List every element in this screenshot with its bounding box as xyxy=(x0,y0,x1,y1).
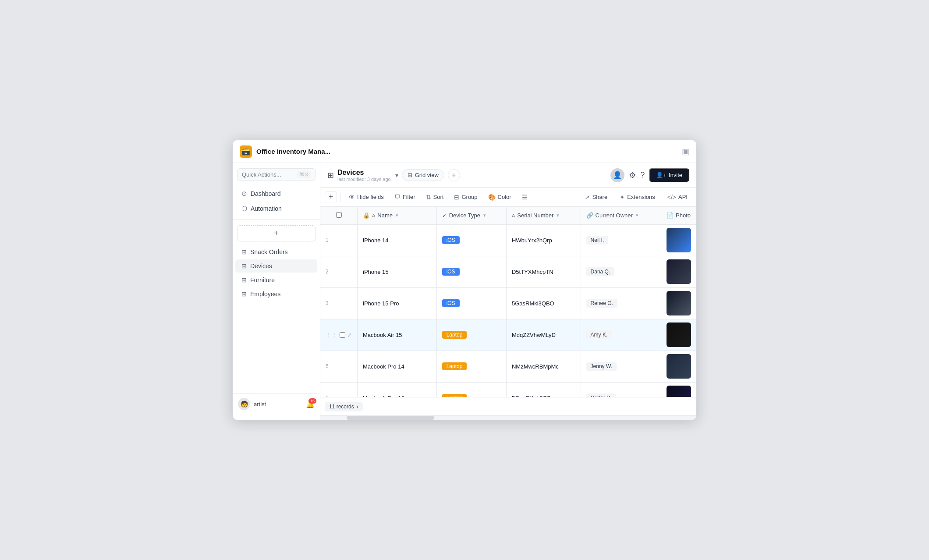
device-type-cell[interactable]: Laptop xyxy=(436,382,506,397)
photo-cell[interactable] xyxy=(661,224,697,256)
th-name-sort[interactable]: ▾ xyxy=(396,213,398,218)
device-type-cell[interactable]: iOS xyxy=(436,287,506,319)
table-icon-snack-orders: ⊞ xyxy=(241,248,247,255)
add-view-button[interactable]: + xyxy=(448,169,460,181)
sidebar-item-snack-orders[interactable]: ⊞ Snack Orders xyxy=(235,245,317,259)
sidebar-item-employees[interactable]: ⊞ Employees xyxy=(235,287,317,301)
serial-number-cell[interactable]: MdqZZVhwMLyD xyxy=(506,319,581,351)
expand-row-icon[interactable]: ⤢ xyxy=(347,332,352,338)
name-cell[interactable]: iPhone 15 xyxy=(358,256,437,287)
photo-col-icon: 📄 xyxy=(667,212,674,219)
owner-chip: Dana Q. xyxy=(586,267,615,276)
toolbar-left: + 👁 Hide fields ⛉ Filter ⇅ Sort xyxy=(325,191,532,203)
share-label: Share xyxy=(592,194,607,200)
current-owner-cell[interactable]: Amy K. xyxy=(581,319,661,351)
owner-chip: Jenny W. xyxy=(586,362,617,371)
th-device-type-sort[interactable]: ▾ xyxy=(483,213,486,218)
extensions-button[interactable]: ✦ Extensions xyxy=(615,191,660,203)
main-body: Quick Actions... ⌘ K ⊙ Dashboard ⬡ Autom… xyxy=(233,163,696,420)
sidebar-item-furniture[interactable]: ⊞ Furniture xyxy=(235,273,317,287)
name-cell[interactable]: Macbook Pro 16 xyxy=(358,382,437,397)
title-bar: 🗃️ Office Inventory Mana... ▣ xyxy=(233,140,696,163)
th-owner-sort[interactable]: ▾ xyxy=(636,213,638,218)
sidebar-item-dashboard[interactable]: ⊙ Dashboard xyxy=(235,187,317,201)
drag-handle-icon[interactable]: ⋮⋮ xyxy=(326,331,338,338)
scrollbar-thumb[interactable] xyxy=(347,416,434,420)
notification-button[interactable]: 🔔 16 xyxy=(306,400,315,408)
link-icon: 🔗 xyxy=(586,212,593,219)
device-type-cell[interactable]: Laptop xyxy=(436,319,506,351)
device-type-cell[interactable]: iOS xyxy=(436,224,506,256)
sort-button[interactable]: ⇅ Sort xyxy=(422,191,448,203)
th-current-owner[interactable]: 🔗 Current Owner ▾ xyxy=(581,207,661,224)
owner-chip: Carter B. xyxy=(586,393,616,397)
add-row-button[interactable]: + xyxy=(325,191,337,203)
row-number-cell: 6 xyxy=(320,382,358,397)
horizontal-scrollbar[interactable] xyxy=(320,415,696,420)
sidebar: Quick Actions... ⌘ K ⊙ Dashboard ⬡ Autom… xyxy=(233,163,320,420)
current-owner-cell[interactable]: Carter B. xyxy=(581,382,661,397)
app-icon: 🗃️ xyxy=(240,145,252,158)
current-owner-cell[interactable]: Neil I. xyxy=(581,224,661,256)
row-checkbox[interactable] xyxy=(340,332,345,338)
row-number-cell: 3 xyxy=(320,287,358,319)
dashboard-icon: ⊙ xyxy=(241,190,247,198)
serial-number-cell[interactable]: HWbuYrx2hQrp xyxy=(506,224,581,256)
name-cell[interactable]: Macbook Pro 14 xyxy=(358,351,437,382)
device-type-badge: Laptop xyxy=(442,394,467,397)
serial-number-cell[interactable]: D5tTYXMhcpTN xyxy=(506,256,581,287)
current-owner-cell[interactable]: Dana Q. xyxy=(581,256,661,287)
app-window: 🗃️ Office Inventory Mana... ▣ Quick Acti… xyxy=(232,140,697,420)
photo-thumbnail xyxy=(667,228,691,252)
records-label: 11 records xyxy=(329,404,354,410)
api-button[interactable]: </> API xyxy=(663,191,692,203)
settings-icon[interactable]: ⚙ xyxy=(629,170,636,180)
add-table-button[interactable]: + xyxy=(237,225,316,241)
filter-button[interactable]: ⛉ Filter xyxy=(390,191,420,203)
sort-icon: ⇅ xyxy=(426,194,431,201)
share-button[interactable]: ↗ Share xyxy=(580,191,612,203)
th-photo[interactable]: 📄 Photo xyxy=(661,207,697,224)
records-chevron: ‹ xyxy=(357,404,358,410)
view-label: Grid view xyxy=(415,172,439,178)
current-owner-cell[interactable]: Jenny W. xyxy=(581,351,661,382)
th-device-type[interactable]: ✓ Device Type ▾ xyxy=(436,207,506,224)
photo-cell[interactable] xyxy=(661,351,697,382)
name-cell[interactable]: iPhone 15 Pro xyxy=(358,287,437,319)
row-height-button[interactable]: ☰ xyxy=(518,191,532,203)
device-type-cell[interactable]: Laptop xyxy=(436,351,506,382)
th-name[interactable]: 🔒 A Name ▾ xyxy=(358,207,437,224)
serial-number-cell[interactable]: 5GasRYgL3QBp xyxy=(506,382,581,397)
photo-cell[interactable] xyxy=(661,287,697,319)
group-label: Group xyxy=(461,194,477,200)
sidebar-item-automation[interactable]: ⬡ Automation xyxy=(235,202,317,216)
name-cell[interactable]: Macbook Air 15 xyxy=(358,319,437,351)
layout-toggle-icon[interactable]: ▣ xyxy=(682,147,689,156)
topbar-chevron-icon[interactable]: ▾ xyxy=(395,172,398,179)
group-button[interactable]: ⊟ Group xyxy=(450,191,482,203)
help-icon[interactable]: ? xyxy=(640,170,645,180)
view-selector-button[interactable]: ⊞ Grid view xyxy=(402,169,444,181)
sidebar-item-devices[interactable]: ⊞ Devices xyxy=(235,259,317,273)
name-cell[interactable]: iPhone 14 xyxy=(358,224,437,256)
records-count-badge[interactable]: 11 records ‹ xyxy=(325,402,363,411)
hide-fields-button[interactable]: 👁 Hide fields xyxy=(344,191,388,203)
photo-cell[interactable] xyxy=(661,382,697,397)
th-serial-number[interactable]: A Serial Number ▾ xyxy=(506,207,581,224)
sort-label: Sort xyxy=(433,194,444,200)
current-owner-cell[interactable]: Renee O. xyxy=(581,287,661,319)
table-wrapper: 🔒 A Name ▾ ✓ Device Type ▾ xyxy=(320,207,696,397)
serial-number-cell[interactable]: NMzMwcRBMpMc xyxy=(506,351,581,382)
photo-cell[interactable] xyxy=(661,256,697,287)
serial-number-cell[interactable]: 5GasRMkl3QBO xyxy=(506,287,581,319)
toolbar-right: ↗ Share ✦ Extensions </> API xyxy=(580,191,692,203)
quick-actions-button[interactable]: Quick Actions... ⌘ K xyxy=(237,168,316,181)
app-title: Office Inventory Mana... xyxy=(256,148,682,155)
color-button[interactable]: 🎨 Color xyxy=(484,191,516,203)
photo-cell[interactable] xyxy=(661,319,697,351)
lock-icon: 🔒 xyxy=(363,212,370,219)
th-serial-sort[interactable]: ▾ xyxy=(557,213,559,218)
device-type-cell[interactable]: iOS xyxy=(436,256,506,287)
select-all-checkbox[interactable] xyxy=(336,212,342,218)
invite-button[interactable]: 👤+ Invite xyxy=(649,168,689,182)
